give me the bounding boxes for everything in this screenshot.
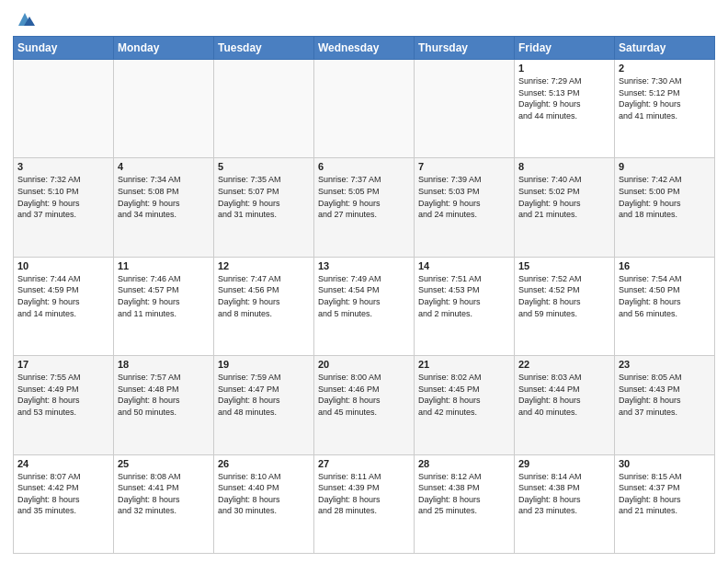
day-info: Sunrise: 8:10 AM Sunset: 4:40 PM Dayligh… (218, 471, 310, 517)
day-number: 1 (518, 63, 610, 74)
calendar-cell: 28Sunrise: 8:12 AM Sunset: 4:38 PM Dayli… (415, 454, 515, 553)
day-number: 15 (518, 260, 610, 271)
calendar-header-saturday: Saturday (615, 37, 715, 60)
day-number: 19 (218, 359, 310, 370)
day-number: 11 (118, 260, 210, 271)
day-info: Sunrise: 8:12 AM Sunset: 4:38 PM Dayligh… (418, 471, 510, 517)
calendar-cell: 9Sunrise: 7:42 AM Sunset: 5:00 PM Daylig… (615, 158, 715, 257)
calendar-cell: 15Sunrise: 7:52 AM Sunset: 4:52 PM Dayli… (515, 257, 615, 355)
calendar-cell: 30Sunrise: 8:15 AM Sunset: 4:37 PM Dayli… (615, 454, 715, 553)
calendar-cell: 17Sunrise: 7:55 AM Sunset: 4:49 PM Dayli… (14, 356, 114, 454)
day-info: Sunrise: 7:59 AM Sunset: 4:47 PM Dayligh… (218, 372, 310, 418)
calendar-cell: 19Sunrise: 7:59 AM Sunset: 4:47 PM Dayli… (214, 356, 314, 454)
day-info: Sunrise: 7:54 AM Sunset: 4:50 PM Dayligh… (619, 273, 711, 319)
calendar-header-wednesday: Wednesday (314, 37, 415, 60)
day-number: 18 (118, 359, 210, 370)
calendar-cell: 29Sunrise: 8:14 AM Sunset: 4:38 PM Dayli… (515, 454, 615, 553)
day-info: Sunrise: 7:47 AM Sunset: 4:56 PM Dayligh… (218, 273, 310, 319)
page: SundayMondayTuesdayWednesdayThursdayFrid… (0, 0, 728, 563)
calendar-cell: 23Sunrise: 8:05 AM Sunset: 4:43 PM Dayli… (615, 356, 715, 454)
calendar-cell (415, 60, 515, 158)
day-info: Sunrise: 8:00 AM Sunset: 4:46 PM Dayligh… (318, 372, 410, 418)
calendar-cell: 3Sunrise: 7:32 AM Sunset: 5:10 PM Daylig… (14, 158, 114, 257)
day-number: 14 (418, 260, 510, 271)
day-number: 20 (318, 359, 410, 370)
calendar-header-monday: Monday (114, 37, 214, 60)
calendar-cell: 16Sunrise: 7:54 AM Sunset: 4:50 PM Dayli… (615, 257, 715, 355)
day-number: 16 (619, 260, 711, 271)
day-number: 24 (17, 458, 109, 469)
day-info: Sunrise: 7:42 AM Sunset: 5:00 PM Dayligh… (619, 174, 711, 220)
day-info: Sunrise: 7:32 AM Sunset: 5:10 PM Dayligh… (17, 174, 109, 220)
calendar-cell (114, 60, 214, 158)
calendar-cell: 4Sunrise: 7:34 AM Sunset: 5:08 PM Daylig… (114, 158, 214, 257)
day-number: 29 (518, 458, 610, 469)
day-info: Sunrise: 7:35 AM Sunset: 5:07 PM Dayligh… (218, 174, 310, 220)
calendar-week-1: 1Sunrise: 7:29 AM Sunset: 5:13 PM Daylig… (14, 60, 715, 158)
calendar-cell (14, 60, 114, 158)
day-info: Sunrise: 8:07 AM Sunset: 4:42 PM Dayligh… (17, 471, 109, 517)
calendar-week-3: 10Sunrise: 7:44 AM Sunset: 4:59 PM Dayli… (14, 257, 715, 355)
day-number: 7 (418, 161, 510, 172)
day-number: 25 (118, 458, 210, 469)
calendar-cell: 1Sunrise: 7:29 AM Sunset: 5:13 PM Daylig… (515, 60, 615, 158)
day-number: 21 (418, 359, 510, 370)
calendar-header-friday: Friday (515, 37, 615, 60)
day-info: Sunrise: 8:11 AM Sunset: 4:39 PM Dayligh… (318, 471, 410, 517)
day-info: Sunrise: 8:02 AM Sunset: 4:45 PM Dayligh… (418, 372, 510, 418)
day-info: Sunrise: 7:44 AM Sunset: 4:59 PM Dayligh… (17, 273, 109, 319)
day-number: 13 (318, 260, 410, 271)
calendar: SundayMondayTuesdayWednesdayThursdayFrid… (13, 36, 715, 554)
day-info: Sunrise: 7:37 AM Sunset: 5:05 PM Dayligh… (318, 174, 410, 220)
day-info: Sunrise: 8:08 AM Sunset: 4:41 PM Dayligh… (118, 471, 210, 517)
day-info: Sunrise: 7:51 AM Sunset: 4:53 PM Dayligh… (418, 273, 510, 319)
header (13, 9, 715, 30)
calendar-cell: 7Sunrise: 7:39 AM Sunset: 5:03 PM Daylig… (415, 158, 515, 257)
calendar-header-row: SundayMondayTuesdayWednesdayThursdayFrid… (14, 37, 715, 60)
calendar-cell: 26Sunrise: 8:10 AM Sunset: 4:40 PM Dayli… (214, 454, 314, 553)
calendar-cell: 18Sunrise: 7:57 AM Sunset: 4:48 PM Dayli… (114, 356, 214, 454)
day-number: 27 (318, 458, 410, 469)
day-info: Sunrise: 7:57 AM Sunset: 4:48 PM Dayligh… (118, 372, 210, 418)
calendar-cell (214, 60, 314, 158)
calendar-week-4: 17Sunrise: 7:55 AM Sunset: 4:49 PM Dayli… (14, 356, 715, 454)
day-number: 3 (17, 161, 109, 172)
calendar-cell: 10Sunrise: 7:44 AM Sunset: 4:59 PM Dayli… (14, 257, 114, 355)
day-info: Sunrise: 7:40 AM Sunset: 5:02 PM Dayligh… (518, 174, 610, 220)
day-info: Sunrise: 7:52 AM Sunset: 4:52 PM Dayligh… (518, 273, 610, 319)
day-number: 12 (218, 260, 310, 271)
day-number: 9 (619, 161, 711, 172)
logo (13, 9, 35, 30)
calendar-cell: 6Sunrise: 7:37 AM Sunset: 5:05 PM Daylig… (314, 158, 415, 257)
calendar-cell: 25Sunrise: 8:08 AM Sunset: 4:41 PM Dayli… (114, 454, 214, 553)
day-info: Sunrise: 7:29 AM Sunset: 5:13 PM Dayligh… (518, 75, 610, 121)
day-info: Sunrise: 7:34 AM Sunset: 5:08 PM Dayligh… (118, 174, 210, 220)
day-number: 4 (118, 161, 210, 172)
day-info: Sunrise: 7:49 AM Sunset: 4:54 PM Dayligh… (318, 273, 410, 319)
calendar-cell: 11Sunrise: 7:46 AM Sunset: 4:57 PM Dayli… (114, 257, 214, 355)
calendar-cell: 13Sunrise: 7:49 AM Sunset: 4:54 PM Dayli… (314, 257, 415, 355)
day-number: 23 (619, 359, 711, 370)
day-info: Sunrise: 8:14 AM Sunset: 4:38 PM Dayligh… (518, 471, 610, 517)
logo-icon (15, 9, 35, 29)
day-info: Sunrise: 7:46 AM Sunset: 4:57 PM Dayligh… (118, 273, 210, 319)
calendar-cell: 27Sunrise: 8:11 AM Sunset: 4:39 PM Dayli… (314, 454, 415, 553)
day-info: Sunrise: 7:55 AM Sunset: 4:49 PM Dayligh… (17, 372, 109, 418)
calendar-cell (314, 60, 415, 158)
day-number: 10 (17, 260, 109, 271)
day-number: 22 (518, 359, 610, 370)
day-number: 17 (17, 359, 109, 370)
calendar-cell: 14Sunrise: 7:51 AM Sunset: 4:53 PM Dayli… (415, 257, 515, 355)
calendar-header-tuesday: Tuesday (214, 37, 314, 60)
day-number: 6 (318, 161, 410, 172)
calendar-cell: 21Sunrise: 8:02 AM Sunset: 4:45 PM Dayli… (415, 356, 515, 454)
day-number: 28 (418, 458, 510, 469)
calendar-header-sunday: Sunday (14, 37, 114, 60)
day-info: Sunrise: 7:39 AM Sunset: 5:03 PM Dayligh… (418, 174, 510, 220)
day-info: Sunrise: 8:05 AM Sunset: 4:43 PM Dayligh… (619, 372, 711, 418)
calendar-cell: 2Sunrise: 7:30 AM Sunset: 5:12 PM Daylig… (615, 60, 715, 158)
day-number: 26 (218, 458, 310, 469)
day-number: 30 (619, 458, 711, 469)
calendar-cell: 5Sunrise: 7:35 AM Sunset: 5:07 PM Daylig… (214, 158, 314, 257)
day-number: 5 (218, 161, 310, 172)
